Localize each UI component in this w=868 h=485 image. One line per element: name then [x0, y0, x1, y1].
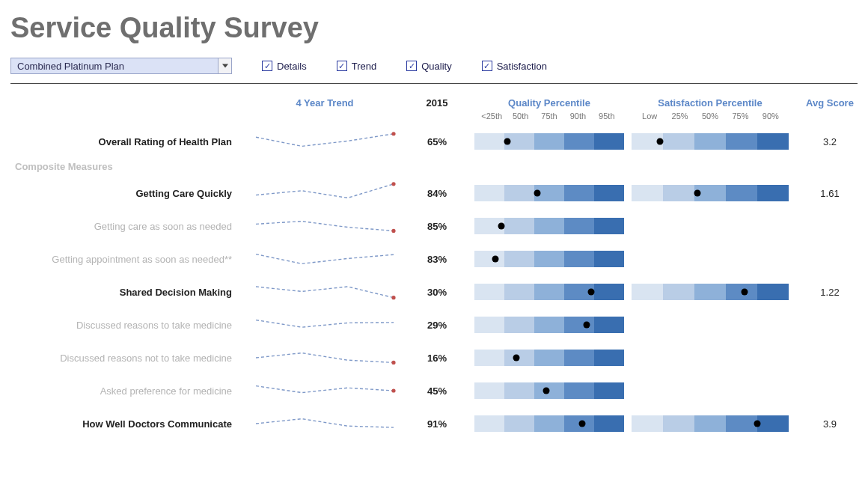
- tick-label: 50th: [506, 112, 534, 121]
- avg-score: 3.9: [796, 418, 864, 430]
- trend-sparkline: [250, 125, 400, 158]
- col-head-year: 2015: [407, 93, 467, 112]
- tick-label: 50%: [695, 112, 725, 121]
- checkbox-label: Details: [277, 61, 307, 72]
- trend-sparkline: [250, 242, 400, 275]
- quality-bullet: [474, 350, 624, 366]
- year-value: 65%: [407, 136, 467, 147]
- checkbox-label: Trend: [352, 61, 376, 72]
- avg-score: 1.61: [796, 188, 864, 199]
- tick-label: 95th: [593, 112, 621, 121]
- svg-point-5: [391, 388, 395, 392]
- satisfaction-bullet: [632, 284, 789, 300]
- checkbox-satisfaction[interactable]: ✓ Satisfaction: [482, 61, 547, 72]
- year-value: 84%: [407, 188, 467, 199]
- quality-bullet: [474, 284, 624, 300]
- page-title: Service Quality Survey: [10, 12, 858, 44]
- trend-sparkline: [250, 177, 400, 210]
- trend-sparkline: [250, 210, 400, 242]
- satisfaction-bullet: [632, 133, 789, 150]
- svg-point-2: [391, 229, 395, 233]
- section-header: Composite Measures: [10, 158, 864, 177]
- year-value: 83%: [407, 254, 467, 265]
- year-value: 16%: [407, 353, 467, 364]
- tick-label: <25th: [477, 112, 506, 121]
- col-head-satisfaction: Satisfaction Percentile: [632, 93, 789, 112]
- year-value: 85%: [407, 221, 467, 232]
- quality-ticks: <25th50th75th90th95th: [474, 112, 624, 125]
- year-value: 91%: [407, 418, 467, 430]
- row-label: Getting care as soon as needed: [10, 210, 242, 242]
- quality-bullet: [474, 133, 624, 150]
- col-head-quality: Quality Percentile: [474, 93, 624, 112]
- trend-sparkline: [250, 275, 400, 308]
- year-value: 45%: [407, 385, 467, 397]
- svg-point-4: [391, 361, 395, 364]
- data-grid: 4 Year Trend 2015 Quality Percentile Sat…: [10, 93, 858, 440]
- checkbox-quality[interactable]: ✓ Quality: [406, 61, 451, 72]
- avg-score: 3.2: [796, 136, 864, 147]
- check-icon: ✓: [337, 61, 347, 71]
- check-icon: ✓: [482, 61, 492, 71]
- year-value: 30%: [407, 287, 467, 298]
- tick-label: Low: [635, 112, 664, 121]
- check-icon: ✓: [262, 61, 272, 71]
- tick-label: 90th: [563, 112, 592, 121]
- tick-label: 90%: [756, 112, 786, 121]
- satisfaction-ticks: Low25%50%75%90%: [632, 112, 789, 125]
- checkbox-label: Quality: [421, 61, 451, 72]
- row-label: Shared Decision Making: [10, 275, 242, 308]
- row-label: Getting appointment as soon as needed**: [10, 242, 242, 275]
- row-label: Getting Care Quickly: [10, 177, 242, 210]
- satisfaction-bullet: [632, 185, 789, 201]
- row-label: Asked preference for medicine: [10, 374, 242, 407]
- avg-score: 1.22: [796, 287, 864, 298]
- trend-sparkline: [250, 374, 400, 407]
- quality-bullet: [474, 218, 624, 234]
- tick-label: 75th: [535, 112, 563, 121]
- checkbox-details[interactable]: ✓ Details: [262, 61, 307, 72]
- row-label: How Well Doctors Communicate: [10, 407, 242, 440]
- col-head-trend: 4 Year Trend: [250, 93, 400, 112]
- quality-bullet: [474, 382, 624, 399]
- trend-sparkline: [250, 341, 400, 374]
- row-label: Overall Rating of Health Plan: [10, 125, 242, 158]
- row-label: Discussed reasons to take medicine: [10, 308, 242, 341]
- col-head-avg: Avg Score: [796, 93, 864, 112]
- check-icon: ✓: [406, 61, 417, 71]
- year-value: 29%: [407, 320, 467, 331]
- row-label: Discussed reasons not to take medicine: [10, 341, 242, 374]
- divider: [10, 83, 858, 84]
- quality-bullet: [474, 415, 624, 432]
- plan-select[interactable]: Combined Platinum Plan: [10, 58, 232, 74]
- tick-label: 25%: [664, 112, 694, 121]
- controls-bar: Combined Platinum Plan ✓ Details ✓ Trend…: [10, 55, 858, 83]
- checkbox-trend[interactable]: ✓ Trend: [337, 61, 376, 72]
- plan-select-label: Combined Platinum Plan: [17, 61, 124, 72]
- svg-point-1: [391, 182, 395, 186]
- tick-label: 75%: [725, 112, 755, 121]
- chevron-down-icon: [218, 58, 231, 73]
- quality-bullet: [474, 185, 624, 201]
- quality-bullet: [474, 317, 624, 333]
- satisfaction-bullet: [632, 415, 789, 432]
- trend-sparkline: [250, 407, 400, 440]
- trend-sparkline: [250, 308, 400, 341]
- quality-bullet: [474, 251, 624, 267]
- checkbox-label: Satisfaction: [497, 61, 547, 72]
- svg-point-3: [391, 296, 395, 299]
- svg-point-0: [391, 132, 395, 135]
